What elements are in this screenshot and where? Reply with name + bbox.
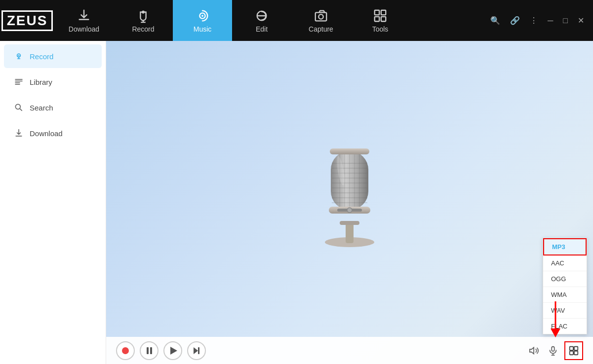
nav-tab-download[interactable]: Download [54,0,114,41]
svg-point-0 [142,11,144,13]
record-dot [122,347,129,354]
sidebar-item-library[interactable]: Library [4,70,102,94]
capture-icon [314,8,328,23]
nav-tab-capture[interactable]: Capture [291,0,351,41]
dropdown-item-ogg[interactable]: OGG [543,271,587,287]
svg-point-5 [318,14,323,19]
svg-point-2 [201,15,203,17]
nav-tab-edit[interactable]: Edit [232,0,291,41]
svg-rect-48 [574,346,578,350]
sidebar-record-label: Record [30,52,53,61]
record-sidebar-icon [14,51,24,61]
download-icon [77,8,91,23]
svg-rect-19 [346,222,354,243]
svg-point-39 [347,208,352,213]
svg-rect-7 [381,10,386,14]
svg-marker-43 [530,347,534,354]
bottom-controls [106,337,593,364]
svg-rect-20 [340,221,359,225]
dropdown-item-mp3[interactable]: MP3 [543,238,587,255]
format-arrow-indicator [541,299,570,340]
pause-bar-right [150,347,152,354]
sidebar-search-label: Search [30,104,53,112]
play-icon [170,347,177,355]
logo-text: ZEUS [1,10,53,31]
svg-rect-50 [574,351,578,354]
skip-bar [198,347,199,354]
microphone-svg [310,136,389,250]
pause-button[interactable] [140,341,158,360]
edit-icon [254,8,269,23]
close-button[interactable]: ✕ [575,14,587,27]
nav-tab-download-label: Download [69,25,99,33]
svg-rect-4 [316,12,327,21]
mic-toggle-button[interactable] [546,343,560,358]
svg-point-11 [18,55,20,56]
nav-tab-edit-label: Edit [256,25,268,33]
nav-tab-music-label: Music [194,25,212,33]
pause-icon [147,347,152,354]
svg-rect-49 [570,351,573,354]
volume-icon [529,345,540,356]
svg-rect-9 [381,16,386,21]
dropdown-item-aac[interactable]: AAC [543,255,587,271]
svg-rect-47 [570,346,573,350]
content-area: MP3 AAC OGG WMA WAV FLAC [106,41,593,364]
share-icon[interactable]: 🔗 [507,14,523,27]
sidebar-download-label: Download [30,129,63,138]
library-icon [14,77,24,87]
sidebar-library-label: Library [30,78,52,86]
svg-point-16 [15,104,20,109]
more-icon[interactable]: ⋮ [527,14,541,27]
volume-button[interactable] [527,343,542,358]
nav-tab-tools[interactable]: Tools [351,0,410,41]
skip-triangle [194,347,198,354]
format-icon [568,345,579,356]
sidebar-item-search[interactable]: Search [4,96,102,119]
download-sidebar-icon [14,128,24,138]
nav-tabs: Download Record Music [54,0,487,41]
search-window-icon[interactable]: 🔍 [487,14,503,27]
svg-rect-8 [375,16,379,21]
svg-rect-44 [552,346,554,351]
app-logo: ZEUS [0,0,54,41]
main-layout: Record Library Search D [0,41,593,364]
record-nav-icon [136,8,151,23]
format-select-button[interactable] [564,341,583,360]
nav-tab-record-label: Record [132,25,154,33]
svg-rect-6 [375,10,379,14]
nav-tab-music[interactable]: Music [173,0,232,41]
tools-icon [373,8,388,23]
maximize-button[interactable]: □ [560,14,571,27]
titlebar: ZEUS Download Record [0,0,593,41]
nav-tab-capture-label: Capture [309,25,333,33]
nav-tab-record[interactable]: Record [114,0,173,41]
bottom-right-controls [527,341,583,360]
sidebar: Record Library Search D [0,41,106,364]
pause-bar-left [147,347,149,354]
microphone-illustration [310,136,389,250]
svg-marker-42 [551,328,560,337]
search-sidebar-icon [14,103,24,112]
music-icon [195,8,210,23]
svg-line-17 [20,109,22,111]
skip-button[interactable] [187,341,206,360]
nav-tab-tools-label: Tools [372,25,389,33]
mic-toggle-icon [548,345,558,356]
sidebar-item-download[interactable]: Download [4,121,102,145]
record-button[interactable] [116,341,135,360]
svg-rect-36 [330,148,369,154]
play-button[interactable] [163,341,182,360]
window-controls: 🔍 🔗 ⋮ ─ □ ✕ [487,14,593,27]
skip-icon [194,347,199,354]
sidebar-item-record[interactable]: Record [4,44,102,68]
minimize-button[interactable]: ─ [545,14,556,27]
